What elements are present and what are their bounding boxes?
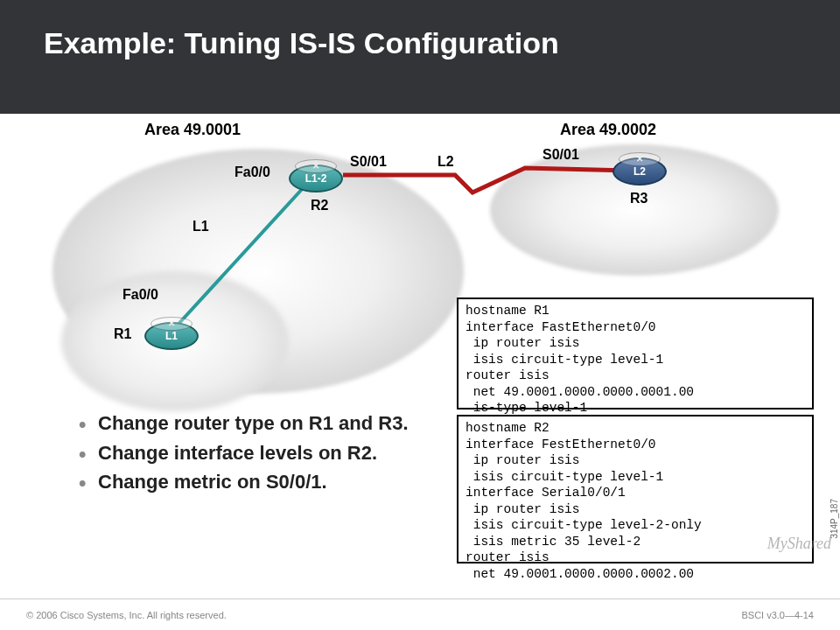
bullet-item: Change interface levels on R2. [79,441,411,466]
link-l2-label: L2 [438,154,454,170]
area-label-2: Area 49.0002 [560,121,656,139]
slide-footer: © 2006 Cisco Systems, Inc. All rights re… [0,598,840,630]
r3-s-label: S0/01 [542,147,579,163]
slide-header: Example: Tuning IS-IS Configuration [0,0,840,114]
config-box-r2: hostname R2 interface FestEthernet0/0 ip… [457,415,814,564]
bullet-list: Change router type on R1 and R3. Change … [79,411,411,500]
area-label-1: Area 49.0001 [144,121,241,139]
watermark: MyShared [767,535,831,553]
router-r3-icon: ✕ L2 [612,158,667,186]
router-r2-level: L1-2 [305,172,327,185]
r1-fa-label: Fa0/0 [122,287,158,303]
slide-number: BSCI v3.0—4-14 [741,610,814,620]
config-box-r1: hostname R1 interface FastEthernet0/0 ip… [457,298,814,410]
slide-title: Example: Tuning IS-IS Configuration [44,26,814,60]
figure-code: 314P_187 [830,499,839,539]
link-l1-label: L1 [192,219,209,234]
bullet-item: Change router type on R1 and R3. [79,411,411,436]
copyright-text: © 2006 Cisco Systems, Inc. All rights re… [26,610,227,620]
slide-body: Area 49.0001 Area 49.0002 ✕ L1-2 R2 Fa0/… [0,114,840,578]
r2-s-label: S0/01 [350,154,387,170]
bullet-item: Change metric on S0/0/1. [79,470,411,494]
router-r3-level: L2 [634,165,646,178]
router-r1-icon: ✕ L1 [144,322,199,350]
router-r2-name: R2 [311,198,328,214]
r2-fa-label: Fa0/0 [234,164,270,180]
router-r1-level: L1 [165,330,178,342]
router-r2-icon: ✕ L1-2 [289,164,343,192]
router-r1-name: R1 [114,326,131,342]
router-r3-name: R3 [630,191,648,206]
